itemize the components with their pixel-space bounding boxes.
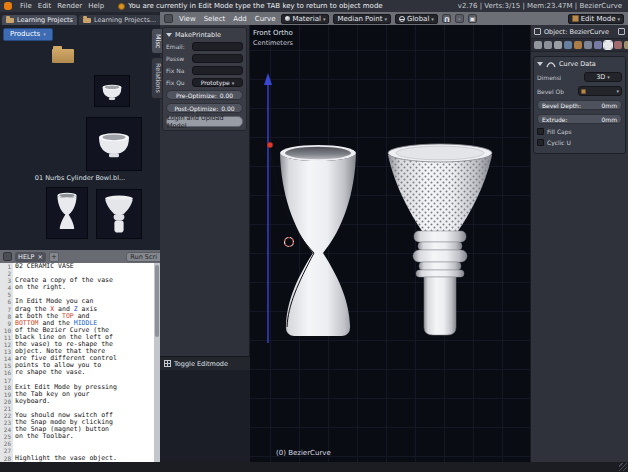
model-thumbnail-bowl[interactable]: [94, 75, 130, 107]
chevron-down-icon: ▾: [616, 88, 619, 94]
makeprintable-panel: MakePrintable Email: Passw Fix Na Fix Qu: [162, 27, 247, 131]
bevel-depth-field[interactable]: Bevel Depth: 0mm: [537, 100, 622, 110]
shelf-tab-misc[interactable]: Misc: [151, 28, 162, 54]
scene-tab-icon[interactable]: [554, 41, 562, 49]
warning-icon: [118, 3, 125, 10]
shading-selector[interactable]: Material ▾: [281, 14, 329, 24]
top-menu-bar: FileEditRenderHelp You are currently in …: [0, 0, 628, 12]
pivot-selector[interactable]: Median Point ▾: [333, 14, 391, 24]
login-upload-button[interactable]: Login and Upload Model: [166, 116, 243, 127]
object-tab-icon[interactable]: [574, 41, 582, 49]
fix-quality-select[interactable]: Prototype ▾: [192, 78, 243, 87]
scrollbar-thumb[interactable]: [155, 265, 159, 337]
text-content[interactable]: 02 CERAMIC VASE Create a copy of the vas…: [13, 263, 160, 462]
operator-panel[interactable]: Toggle Editmode: [160, 356, 250, 370]
curve-data-panel-header[interactable]: Curve Data: [537, 60, 622, 68]
editmode-grid-icon: [164, 360, 171, 367]
pre-optimize-label: Pre-Optimize:: [176, 92, 217, 99]
dimensions-select[interactable]: 3D ▾: [584, 72, 622, 82]
makeprintable-panel-header[interactable]: MakePrintable: [166, 31, 243, 39]
extrude-value: 0mm: [601, 116, 617, 123]
modifiers-tab-icon[interactable]: [594, 41, 602, 49]
email-field[interactable]: [192, 42, 243, 51]
pin-icon[interactable]: [618, 28, 625, 35]
pre-optimize-field[interactable]: Pre-Optimize: 0.00: [166, 90, 243, 100]
left-vase-model[interactable]: [280, 145, 356, 336]
project-tab-label: Learning Projects - 03: [94, 16, 157, 24]
magnet-glyph: U: [444, 15, 450, 23]
globe-icon: [399, 16, 405, 22]
folder-icon[interactable]: [52, 49, 74, 63]
text-scrollbar[interactable]: [154, 263, 160, 462]
run-script-button[interactable]: Run Scri: [126, 252, 160, 262]
world-tab-icon[interactable]: [564, 41, 572, 49]
goblet-thumb-graphic: [51, 192, 83, 234]
right-vase-model[interactable]: [384, 144, 496, 335]
viewport-menu-curve[interactable]: Curve: [253, 15, 278, 23]
text-line: [15, 440, 160, 447]
menu-file[interactable]: File: [17, 2, 35, 10]
dimensions-value: 3D: [596, 73, 605, 81]
resize-grip[interactable]: [619, 463, 627, 471]
viewport-menu-view[interactable]: View: [177, 15, 198, 23]
new-text-button[interactable]: +: [49, 252, 59, 262]
curve-data-tab-icon[interactable]: [604, 41, 612, 49]
products-button[interactable]: Products ▾: [3, 28, 53, 41]
text-line: on the right.: [15, 284, 160, 291]
menu-render[interactable]: Render: [54, 2, 85, 10]
menu-edit[interactable]: Edit: [35, 2, 55, 10]
mode-label: Edit Mode: [581, 15, 616, 23]
curve-data-panel: Curve Data Dimensi 3D ▾ Bevel Ob ▾ Bevel…: [533, 56, 626, 154]
bevel-object-field[interactable]: ▾: [578, 86, 622, 96]
cyclic-u-checkbox[interactable]: [537, 139, 544, 146]
mode-selector[interactable]: Edit Mode ▾: [568, 14, 624, 24]
editor-type-icon[interactable]: [164, 14, 173, 23]
text-datablock-selector[interactable]: HELP ×: [15, 252, 46, 262]
extrude-label: Extrude:: [542, 116, 568, 123]
fix-name-field[interactable]: [192, 66, 243, 75]
render-layers-tab-icon[interactable]: [544, 41, 552, 49]
bevel-object-label: Bevel Ob: [537, 88, 564, 95]
blender-logo-icon[interactable]: [4, 2, 12, 10]
constraints-tab-icon[interactable]: [584, 41, 592, 49]
z-axis-gizmo[interactable]: [264, 73, 272, 343]
model-thumbnail-funnel-vase[interactable]: [96, 189, 142, 239]
password-field[interactable]: [192, 54, 243, 63]
shading-label: Material: [292, 15, 320, 23]
bezier-control-point[interactable]: [267, 142, 273, 148]
material-tab-icon[interactable]: [614, 41, 622, 49]
text-editor-header: HELP × + Run Scri: [0, 250, 160, 263]
model-thumbnail-cylinder-bowl[interactable]: [86, 117, 142, 171]
shelf-tab-relations[interactable]: Relations: [151, 57, 162, 99]
bevel-depth-label: Bevel Depth:: [542, 102, 581, 109]
material-sphere-icon: [285, 16, 290, 21]
3d-cursor[interactable]: [280, 233, 298, 251]
project-tab[interactable]: Learning Projects: [2, 15, 77, 25]
chevron-down-icon: ▾: [43, 31, 46, 37]
3d-viewport[interactable]: Front Ortho Centimeters (0) BezierCurve …: [160, 25, 530, 462]
render-tab-icon[interactable]: [534, 41, 542, 49]
chevron-down-icon: ▾: [323, 16, 326, 22]
opengl-render-icon[interactable]: ▣: [468, 14, 477, 23]
close-icon[interactable]: ×: [38, 253, 43, 261]
proportional-edit-icon[interactable]: ◦: [455, 14, 464, 23]
viewport-menu-add[interactable]: Add: [231, 15, 249, 23]
text-editor-type-icon[interactable]: [3, 252, 12, 261]
menu-help[interactable]: Help: [85, 2, 107, 10]
orientation-selector[interactable]: Global ▾: [395, 14, 438, 24]
model-thumbnail-goblet-vase[interactable]: [46, 187, 88, 239]
viewport-menu-select[interactable]: Select: [202, 15, 228, 23]
top-menu-items: FileEditRenderHelp: [17, 2, 107, 10]
chevron-down-icon: ▾: [431, 16, 434, 22]
folder-icon: [83, 18, 91, 23]
view-name-overlay: Front Ortho: [253, 29, 293, 37]
password-label: Passw: [166, 55, 190, 62]
snap-magnet-icon[interactable]: U: [442, 14, 451, 23]
fill-caps-checkbox[interactable]: [537, 128, 544, 135]
extrude-field[interactable]: Extrude: 0mm: [537, 114, 622, 124]
text-editor-body[interactable]: 1234567891011121314151617181920212223242…: [0, 263, 160, 462]
project-tab[interactable]: Learning Projects - 03: [79, 15, 161, 25]
post-optimize-field[interactable]: Post-Optimize: 0.00: [166, 103, 243, 113]
texture-tab-icon[interactable]: [624, 41, 628, 49]
project-tab-bar: Learning ProjectsLearning Projects - 03: [0, 12, 160, 25]
